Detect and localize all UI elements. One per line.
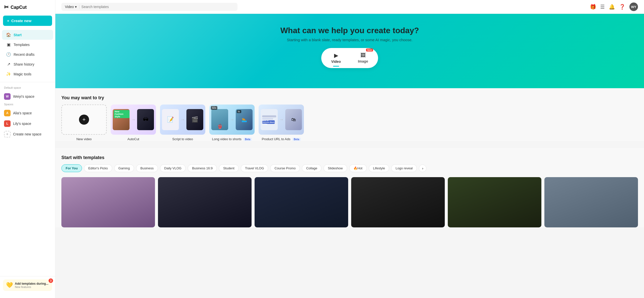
- new-video-plus-icon: +: [79, 115, 89, 125]
- nav-label-start: Start: [14, 33, 22, 37]
- sidebar-item-magic-tools[interactable]: ✨ Magic tools: [2, 69, 53, 79]
- default-space-item[interactable]: W Weiyi's space: [0, 91, 55, 102]
- sidebar-bottom: 💛 Add templates during... New features 3: [0, 276, 55, 294]
- hero-tab-video[interactable]: ▶ Video: [323, 50, 349, 66]
- create-new-label: Create new: [11, 19, 31, 23]
- sidebar-item-templates[interactable]: ▣ Templates: [2, 40, 53, 49]
- template-card-5[interactable]: [448, 177, 541, 227]
- long-video-label: Long video to shorts Beta: [212, 137, 252, 141]
- search-input[interactable]: [82, 5, 234, 9]
- main-content: Video ▾ 🎁 ☰ 🔔 ❓ WY What can we help you …: [55, 0, 644, 298]
- tab-for-you[interactable]: For You: [61, 164, 82, 172]
- script-to-video-label: Script to video: [172, 137, 193, 141]
- nav-label-share-history: Share history: [14, 62, 34, 66]
- tab-gaming[interactable]: Gaming: [114, 164, 134, 172]
- bell-icon[interactable]: 🔔: [609, 4, 615, 10]
- tab-travel-vlog[interactable]: Travel VLOG: [241, 164, 268, 172]
- tab-hot[interactable]: 🔥Hot: [349, 164, 367, 172]
- hero-subtitle: Starting with a blank slate, ready templ…: [61, 38, 638, 42]
- sidebar-item-share-history[interactable]: ↗ Share history: [2, 59, 53, 69]
- logo: ✂ CapCut: [0, 4, 55, 16]
- search-bar: Video ▾: [61, 3, 237, 11]
- create-space-icon: +: [4, 131, 11, 137]
- autocut-visual: New Fashion Style → 🕶: [111, 105, 156, 135]
- default-space-name: Weiyi's space: [13, 94, 34, 98]
- hero-tabs-container: ▶ Video New 🖼 Image: [61, 42, 638, 68]
- alia-avatar: A: [4, 110, 11, 116]
- try-card-new-video[interactable]: + New video: [61, 105, 107, 141]
- space-item-alia[interactable]: A Alia's space: [0, 108, 55, 118]
- create-space-label: Create new space: [13, 132, 42, 136]
- add-templates-icon: 💛: [6, 282, 13, 288]
- sidebar-item-recent-drafts[interactable]: 🕐 Recent drafts: [2, 49, 53, 59]
- tab-business[interactable]: Business: [136, 164, 158, 172]
- try-cards-row: + New video New Fashion Style → 🕶: [61, 105, 638, 141]
- template-card-3[interactable]: [255, 177, 348, 227]
- nav-label-templates: Templates: [14, 43, 30, 47]
- hero-tabs: ▶ Video New 🖼 Image: [321, 48, 378, 68]
- magic-icon: ✨: [6, 72, 11, 76]
- new-badge: New: [366, 48, 373, 52]
- search-type-label: Video: [65, 5, 74, 9]
- create-new-button[interactable]: + Create new: [3, 16, 52, 26]
- video-tab-icon: ▶: [334, 53, 338, 59]
- template-card-6[interactable]: [544, 177, 638, 227]
- sidebar-divider-1: [0, 82, 55, 82]
- search-type-dropdown[interactable]: Video ▾: [65, 5, 79, 9]
- tab-student[interactable]: Student: [219, 164, 239, 172]
- avatar[interactable]: WY: [629, 3, 638, 11]
- script-visual: 📝 → 🎬: [160, 105, 205, 135]
- home-icon: 🏠: [6, 32, 11, 37]
- try-section: You may want to try + New video New Fash…: [55, 88, 644, 141]
- hero-tab-image[interactable]: New 🖼 Image: [350, 50, 376, 66]
- nav-label-recent-drafts: Recent drafts: [14, 53, 34, 57]
- gift-icon[interactable]: 🎁: [590, 4, 596, 10]
- spaces-label: Spaces: [0, 102, 55, 108]
- help-icon[interactable]: ❓: [619, 4, 625, 10]
- lily-space-name: Lily's space: [13, 122, 31, 126]
- add-templates-card[interactable]: 💛 Add templates during... New features 3: [3, 279, 52, 291]
- header: Video ▾ 🎁 ☰ 🔔 ❓ WY: [55, 0, 644, 14]
- product-url-label: Product URL to Ads Beta: [262, 137, 301, 141]
- logo-icon: ✂: [4, 4, 9, 11]
- create-new-space-item[interactable]: + Create new space: [0, 129, 55, 139]
- tab-next-button[interactable]: ›: [419, 165, 426, 172]
- tab-editors-picks[interactable]: Editor's Picks: [84, 164, 112, 172]
- tab-course-promo[interactable]: Course Promo: [270, 164, 300, 172]
- create-new-plus-icon: +: [7, 19, 9, 23]
- product-visual: Back to Success Black Friday → 🛍: [259, 105, 304, 135]
- image-tab-icon: 🖼: [360, 53, 366, 58]
- template-card-4[interactable]: [351, 177, 445, 227]
- content-area: What can we help you create today? Start…: [55, 14, 644, 298]
- template-card-2[interactable]: [158, 177, 252, 227]
- clock-icon: 🕐: [6, 52, 11, 57]
- try-card-product-url[interactable]: Back to Success Black Friday → 🛍 Product…: [259, 105, 304, 141]
- try-card-autocut[interactable]: New Fashion Style → 🕶 AutoCut: [111, 105, 156, 141]
- space-item-lily[interactable]: L Lily's space: [0, 118, 55, 129]
- templates-icon: ▣: [6, 42, 11, 47]
- nav-label-magic-tools: Magic tools: [14, 72, 31, 76]
- templates-section-title: Start with templates: [61, 155, 638, 160]
- tab-collage[interactable]: Collage: [302, 164, 321, 172]
- template-grid: [61, 177, 638, 227]
- template-card-1[interactable]: [61, 177, 155, 227]
- alia-space-name: Alia's space: [13, 111, 32, 115]
- templates-section: Start with templates For You Editor's Pi…: [55, 148, 644, 227]
- tab-business-169[interactable]: Business 16:9: [188, 164, 217, 172]
- hero-title: What can we help you create today?: [61, 26, 638, 35]
- menu-icon[interactable]: ☰: [600, 4, 605, 10]
- sidebar-item-start[interactable]: 🏠 Start: [2, 30, 53, 40]
- lily-avatar: L: [4, 120, 11, 127]
- new-video-visual: +: [61, 105, 107, 135]
- try-card-script-to-video[interactable]: 📝 → 🎬 Script to video: [160, 105, 205, 141]
- tab-logo-reveal[interactable]: Logo reveal: [391, 164, 417, 172]
- tab-slideshow[interactable]: Slideshow: [324, 164, 347, 172]
- tab-daily-vlog[interactable]: Daily VLOG: [160, 164, 186, 172]
- try-card-long-video[interactable]: 92s 👙 → 8s 🏊 Long video to shorts Beta: [209, 105, 255, 141]
- video-tab-label: Video: [331, 60, 341, 64]
- header-icons: 🎁 ☰ 🔔 ❓ WY: [590, 3, 638, 11]
- autocut-label: AutoCut: [128, 137, 139, 141]
- new-video-label: New video: [76, 137, 92, 141]
- tab-lifestyle[interactable]: Lifestyle: [369, 164, 389, 172]
- add-templates-subtitle: New features: [15, 285, 48, 288]
